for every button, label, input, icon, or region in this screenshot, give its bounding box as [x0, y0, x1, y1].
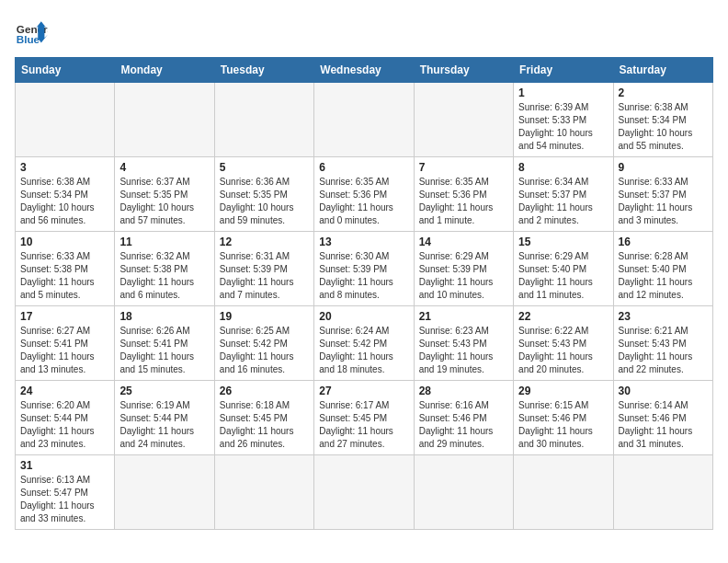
day-info: Sunrise: 6:27 AM Sunset: 5:41 PM Dayligh…: [20, 325, 109, 376]
day-info: Sunrise: 6:36 AM Sunset: 5:35 PM Dayligh…: [220, 176, 309, 227]
day-cell: 12Sunrise: 6:31 AM Sunset: 5:39 PM Dayli…: [214, 232, 313, 306]
day-info: Sunrise: 6:21 AM Sunset: 5:43 PM Dayligh…: [619, 325, 708, 376]
day-info: Sunrise: 6:24 AM Sunset: 5:42 PM Dayligh…: [319, 325, 408, 376]
header-sunday: Sunday: [16, 58, 115, 83]
day-number: 9: [619, 161, 708, 174]
day-number: 24: [20, 385, 109, 397]
day-number: 20: [319, 310, 408, 323]
day-info: Sunrise: 6:37 AM Sunset: 5:35 PM Dayligh…: [119, 176, 209, 227]
day-cell: 25Sunrise: 6:19 AM Sunset: 5:44 PM Dayli…: [115, 381, 214, 455]
day-cell: [613, 455, 712, 530]
day-number: 8: [518, 161, 608, 174]
day-number: 27: [319, 385, 408, 397]
day-number: 21: [419, 310, 508, 323]
day-number: 10: [20, 236, 109, 248]
day-cell: 26Sunrise: 6:18 AM Sunset: 5:45 PM Dayli…: [214, 381, 313, 455]
day-cell: 8Sunrise: 6:34 AM Sunset: 5:37 PM Daylig…: [514, 157, 613, 232]
day-number: 30: [619, 385, 708, 397]
day-number: 5: [220, 161, 309, 174]
day-info: Sunrise: 6:25 AM Sunset: 5:42 PM Dayligh…: [220, 325, 309, 376]
day-info: Sunrise: 6:15 AM Sunset: 5:46 PM Dayligh…: [518, 399, 608, 451]
day-info: Sunrise: 6:34 AM Sunset: 5:37 PM Dayligh…: [518, 176, 608, 227]
calendar-table: SundayMondayTuesdayWednesdayThursdayFrid…: [15, 57, 713, 530]
day-cell: [214, 83, 313, 157]
day-cell: 24Sunrise: 6:20 AM Sunset: 5:44 PM Dayli…: [16, 381, 115, 455]
day-number: 6: [319, 161, 408, 174]
day-number: 18: [119, 310, 209, 323]
header-friday: Friday: [514, 58, 613, 83]
day-number: 28: [419, 385, 508, 397]
day-number: 2: [619, 86, 708, 99]
day-cell: [414, 455, 513, 530]
day-number: 31: [20, 459, 109, 472]
day-cell: [314, 455, 414, 530]
day-cell: [115, 83, 214, 157]
header-tuesday: Tuesday: [214, 58, 313, 83]
day-cell: 21Sunrise: 6:23 AM Sunset: 5:43 PM Dayli…: [414, 306, 513, 381]
day-cell: 27Sunrise: 6:17 AM Sunset: 5:45 PM Dayli…: [314, 381, 414, 455]
day-number: 12: [220, 236, 309, 248]
day-cell: 13Sunrise: 6:30 AM Sunset: 5:39 PM Dayli…: [314, 232, 414, 306]
day-info: Sunrise: 6:39 AM Sunset: 5:33 PM Dayligh…: [518, 101, 608, 153]
day-number: 19: [220, 310, 309, 323]
day-cell: 1Sunrise: 6:39 AM Sunset: 5:33 PM Daylig…: [514, 83, 613, 157]
day-cell: [214, 455, 313, 530]
day-number: 1: [518, 86, 608, 99]
day-info: Sunrise: 6:31 AM Sunset: 5:39 PM Dayligh…: [220, 250, 309, 302]
day-cell: 11Sunrise: 6:32 AM Sunset: 5:38 PM Dayli…: [115, 232, 214, 306]
day-number: 22: [518, 310, 608, 323]
day-number: 15: [518, 236, 608, 248]
day-info: Sunrise: 6:30 AM Sunset: 5:39 PM Dayligh…: [319, 250, 408, 302]
day-info: Sunrise: 6:19 AM Sunset: 5:44 PM Dayligh…: [119, 399, 209, 451]
logo: General Blue: [15, 15, 48, 48]
week-row-3: 17Sunrise: 6:27 AM Sunset: 5:41 PM Dayli…: [16, 306, 713, 381]
day-cell: 5Sunrise: 6:36 AM Sunset: 5:35 PM Daylig…: [214, 157, 313, 232]
day-cell: [115, 455, 214, 530]
week-row-5: 31Sunrise: 6:13 AM Sunset: 5:47 PM Dayli…: [16, 455, 713, 530]
day-info: Sunrise: 6:14 AM Sunset: 5:46 PM Dayligh…: [619, 399, 708, 451]
day-cell: [16, 83, 115, 157]
day-number: 29: [518, 385, 608, 397]
day-cell: 3Sunrise: 6:38 AM Sunset: 5:34 PM Daylig…: [16, 157, 115, 232]
day-info: Sunrise: 6:17 AM Sunset: 5:45 PM Dayligh…: [319, 399, 408, 451]
day-info: Sunrise: 6:33 AM Sunset: 5:37 PM Dayligh…: [619, 176, 708, 227]
logo-icon: General Blue: [15, 15, 48, 48]
day-info: Sunrise: 6:20 AM Sunset: 5:44 PM Dayligh…: [20, 399, 109, 451]
day-cell: 15Sunrise: 6:29 AM Sunset: 5:40 PM Dayli…: [514, 232, 613, 306]
day-info: Sunrise: 6:38 AM Sunset: 5:34 PM Dayligh…: [20, 176, 109, 227]
day-cell: 6Sunrise: 6:35 AM Sunset: 5:36 PM Daylig…: [314, 157, 414, 232]
day-cell: 16Sunrise: 6:28 AM Sunset: 5:40 PM Dayli…: [613, 232, 712, 306]
day-cell: 22Sunrise: 6:22 AM Sunset: 5:43 PM Dayli…: [514, 306, 613, 381]
day-number: 25: [119, 385, 209, 397]
day-cell: 14Sunrise: 6:29 AM Sunset: 5:39 PM Dayli…: [414, 232, 513, 306]
day-cell: 17Sunrise: 6:27 AM Sunset: 5:41 PM Dayli…: [16, 306, 115, 381]
day-number: 17: [20, 310, 109, 323]
day-cell: 18Sunrise: 6:26 AM Sunset: 5:41 PM Dayli…: [115, 306, 214, 381]
week-row-0: 1Sunrise: 6:39 AM Sunset: 5:33 PM Daylig…: [16, 83, 713, 157]
day-cell: 2Sunrise: 6:38 AM Sunset: 5:34 PM Daylig…: [613, 83, 712, 157]
header-monday: Monday: [115, 58, 214, 83]
day-cell: [314, 83, 414, 157]
day-cell: 7Sunrise: 6:35 AM Sunset: 5:36 PM Daylig…: [414, 157, 513, 232]
day-number: 14: [419, 236, 508, 248]
day-cell: 10Sunrise: 6:33 AM Sunset: 5:38 PM Dayli…: [16, 232, 115, 306]
day-info: Sunrise: 6:33 AM Sunset: 5:38 PM Dayligh…: [20, 250, 109, 302]
day-info: Sunrise: 6:28 AM Sunset: 5:40 PM Dayligh…: [619, 250, 708, 302]
header-wednesday: Wednesday: [314, 58, 414, 83]
week-row-1: 3Sunrise: 6:38 AM Sunset: 5:34 PM Daylig…: [16, 157, 713, 232]
day-cell: 30Sunrise: 6:14 AM Sunset: 5:46 PM Dayli…: [613, 381, 712, 455]
day-info: Sunrise: 6:29 AM Sunset: 5:40 PM Dayligh…: [518, 250, 608, 302]
day-number: 13: [319, 236, 408, 248]
day-info: Sunrise: 6:18 AM Sunset: 5:45 PM Dayligh…: [220, 399, 309, 451]
week-row-2: 10Sunrise: 6:33 AM Sunset: 5:38 PM Dayli…: [16, 232, 713, 306]
day-number: 3: [20, 161, 109, 174]
day-info: Sunrise: 6:22 AM Sunset: 5:43 PM Dayligh…: [518, 325, 608, 376]
day-cell: 9Sunrise: 6:33 AM Sunset: 5:37 PM Daylig…: [613, 157, 712, 232]
day-info: Sunrise: 6:32 AM Sunset: 5:38 PM Dayligh…: [119, 250, 209, 302]
day-cell: [414, 83, 513, 157]
day-number: 23: [619, 310, 708, 323]
day-info: Sunrise: 6:16 AM Sunset: 5:46 PM Dayligh…: [419, 399, 508, 451]
day-cell: 4Sunrise: 6:37 AM Sunset: 5:35 PM Daylig…: [115, 157, 214, 232]
day-info: Sunrise: 6:29 AM Sunset: 5:39 PM Dayligh…: [419, 250, 508, 302]
day-cell: 29Sunrise: 6:15 AM Sunset: 5:46 PM Dayli…: [514, 381, 613, 455]
